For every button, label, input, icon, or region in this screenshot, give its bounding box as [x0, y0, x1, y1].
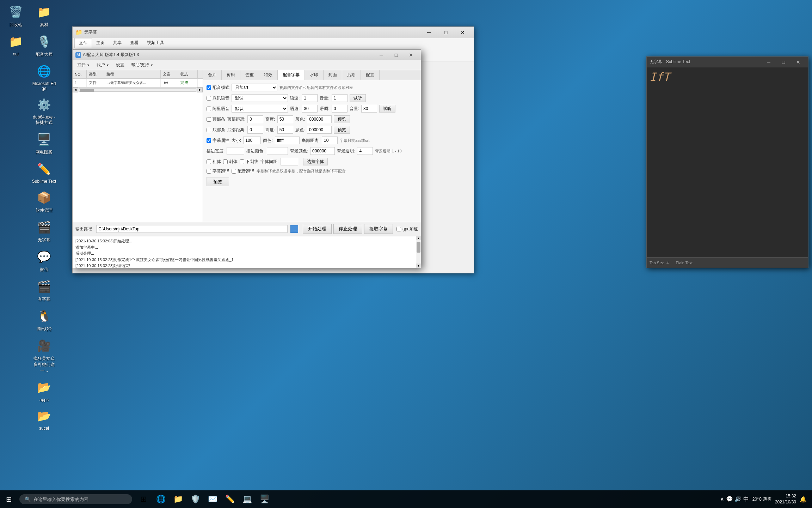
- top-distance-input[interactable]: [247, 115, 263, 123]
- tab-postprocess[interactable]: 后期: [342, 70, 361, 80]
- ribbon-tab-file[interactable]: 文件: [74, 38, 92, 48]
- tab-watermark[interactable]: 水印: [305, 70, 324, 80]
- output-path-input[interactable]: [96, 225, 288, 233]
- ai-maximize-btn[interactable]: □: [389, 50, 403, 60]
- tab-cover[interactable]: 封面: [324, 70, 342, 80]
- file-list-row[interactable]: 1 文件 .../无字幕/疯狂美女众多... .txt 完成: [73, 79, 203, 87]
- taskbar-view-btn[interactable]: ⊞: [136, 491, 151, 507]
- ali-voice-checkbox[interactable]: [207, 107, 211, 111]
- explorer-minimize-btn[interactable]: ─: [421, 28, 437, 37]
- desktop-icon-sublime[interactable]: ✏️ Sublime Text: [32, 161, 56, 184]
- desktop-icon-out[interactable]: 📁 out: [4, 33, 28, 56]
- char-color-input[interactable]: [275, 137, 300, 144]
- desktop-icon-edge[interactable]: 🌐 Microsoft Edge: [32, 63, 56, 91]
- desktop-icon-qq[interactable]: 🐧 腾讯QQ: [32, 308, 56, 332]
- desktop-icon-dubbing[interactable]: 🎙️ 配音大师: [32, 33, 56, 58]
- tencent-voice-checkbox[interactable]: [207, 96, 211, 101]
- log-scroll-up-btn[interactable]: ▲: [416, 236, 421, 240]
- file-list-scrollbar[interactable]: ◀ ▶: [73, 87, 203, 92]
- subtitle-close-btn[interactable]: ✕: [791, 58, 805, 67]
- ribbon-tab-video[interactable]: 视频工具: [143, 38, 168, 48]
- tab-subtitle-dub[interactable]: 配音字幕: [278, 70, 305, 80]
- desktop-icon-has-subtitle[interactable]: 🎬 有字幕: [32, 278, 56, 302]
- scrollbar-track[interactable]: [79, 88, 196, 92]
- font-spacing-input[interactable]: [281, 158, 298, 165]
- dubbing-mode-checkbox[interactable]: [207, 85, 211, 90]
- desktop-icon-sucai[interactable]: 📂 sucai: [32, 407, 56, 431]
- ali-speed-input[interactable]: 30: [302, 105, 318, 113]
- top-height-input[interactable]: [277, 115, 293, 123]
- tab-effects[interactable]: 特效: [259, 70, 278, 80]
- search-input[interactable]: [33, 497, 127, 502]
- desktop-icon-no-subtitle[interactable]: 🎬 无字幕: [32, 219, 56, 243]
- tencent-voice-select[interactable]: 默认: [232, 94, 288, 102]
- ali-voice-select[interactable]: 默认: [232, 105, 288, 113]
- desktop-icon-material[interactable]: 📁 素材: [32, 4, 56, 28]
- bg-color-input[interactable]: [310, 147, 335, 155]
- desktop-icon-recycle-bin[interactable]: 🗑️ 回收站: [4, 4, 28, 28]
- desktop-icon-wechat[interactable]: 💬 微信: [32, 248, 56, 273]
- menu-account[interactable]: 账户▼: [94, 61, 112, 69]
- scroll-right-btn[interactable]: ▶: [197, 87, 203, 92]
- subtitle-minimize-btn[interactable]: ─: [762, 58, 776, 67]
- italic-checkbox[interactable]: [223, 159, 228, 164]
- ai-close-btn[interactable]: ✕: [404, 50, 418, 60]
- select-font-btn[interactable]: 选择字体: [303, 158, 328, 165]
- desktop-icon-dub64[interactable]: ⚙️ dub64.exe - 快捷方式: [32, 96, 56, 126]
- bottom-preview-btn[interactable]: 预览: [334, 126, 350, 134]
- ali-pitch-input[interactable]: 0: [332, 105, 347, 113]
- taskbar-sublime-btn[interactable]: ✏️: [222, 491, 238, 507]
- stroke-color-input[interactable]: [267, 147, 288, 155]
- tencent-listen-btn[interactable]: 试听: [350, 94, 366, 102]
- taskbar-explorer-btn[interactable]: 📁: [170, 491, 186, 507]
- voice-translate-checkbox[interactable]: [232, 169, 236, 174]
- taskbar-edge-btn[interactable]: 🌐: [153, 491, 168, 507]
- output-path-browse-btn[interactable]: …: [290, 225, 298, 233]
- preview-btn[interactable]: 预览: [207, 177, 229, 186]
- subtitle-translate-checkbox[interactable]: [207, 169, 211, 174]
- menu-settings[interactable]: 设置: [113, 61, 127, 69]
- desktop-icon-mixed-video[interactable]: 🎥 疯狂美女众多可她们这一...: [32, 337, 56, 374]
- top-color-input[interactable]: [307, 115, 332, 123]
- menu-help[interactable]: 帮助/支持▼: [128, 61, 156, 69]
- bottom-bar-checkbox[interactable]: [207, 128, 211, 132]
- explorer-maximize-btn[interactable]: □: [438, 28, 454, 37]
- ribbon-tab-home[interactable]: 主页: [92, 38, 109, 48]
- explorer-close-btn[interactable]: ✕: [455, 28, 471, 37]
- gpu-accel-checkbox[interactable]: [396, 227, 401, 231]
- tab-config[interactable]: 配置: [361, 70, 380, 80]
- dubbing-mode-select[interactable]: 只加srt: [232, 84, 277, 91]
- tencent-volume-input[interactable]: 1: [332, 94, 347, 102]
- taskbar-security-btn[interactable]: 🛡️: [187, 491, 203, 507]
- taskbar-app6-btn[interactable]: 💻: [239, 491, 255, 507]
- menu-open[interactable]: 打开▼: [74, 61, 93, 69]
- ali-volume-input[interactable]: 80: [361, 105, 377, 113]
- log-scroll-down-btn[interactable]: ▼: [416, 264, 421, 268]
- taskbar-mail-btn[interactable]: ✉️: [205, 491, 220, 507]
- desktop-icon-softmgr[interactable]: 📦 软件管理: [32, 189, 56, 213]
- bottom-height-input[interactable]: [277, 126, 293, 134]
- log-scrollbar[interactable]: ▲ ▼: [416, 236, 421, 268]
- subtitle-maximize-btn[interactable]: □: [776, 58, 791, 67]
- bottom-distance-input[interactable]: [247, 126, 263, 134]
- extract-subtitle-btn[interactable]: 提取字幕: [364, 224, 393, 234]
- bottom-color-input[interactable]: [307, 126, 332, 134]
- tencent-speed-input[interactable]: 1: [302, 94, 318, 102]
- scroll-left-btn[interactable]: ◀: [73, 87, 78, 92]
- bold-checkbox[interactable]: [207, 159, 211, 164]
- ai-minimize-btn[interactable]: ─: [374, 50, 388, 60]
- bottom-distance2-input[interactable]: [322, 137, 338, 144]
- desktop-icon-network[interactable]: 🖥️ 网电图案: [32, 131, 56, 155]
- taskbar-notification-btn[interactable]: 🔔: [800, 496, 807, 503]
- start-process-btn[interactable]: 开始处理: [303, 224, 332, 234]
- top-preview-btn[interactable]: 预览: [334, 115, 350, 123]
- ribbon-tab-share[interactable]: 共享: [109, 38, 126, 48]
- char-attr-checkbox[interactable]: [207, 138, 211, 143]
- taskbar-app7-btn[interactable]: 🖥️: [257, 491, 272, 507]
- underline-checkbox[interactable]: [240, 159, 244, 164]
- taskbar-search[interactable]: 🔍: [19, 494, 132, 504]
- tab-merge[interactable]: 合并: [203, 70, 222, 80]
- subtitle-editor-content[interactable]: IfT: [647, 67, 808, 257]
- stroke-width-input[interactable]: [227, 147, 244, 155]
- bg-opacity-input[interactable]: [357, 147, 373, 155]
